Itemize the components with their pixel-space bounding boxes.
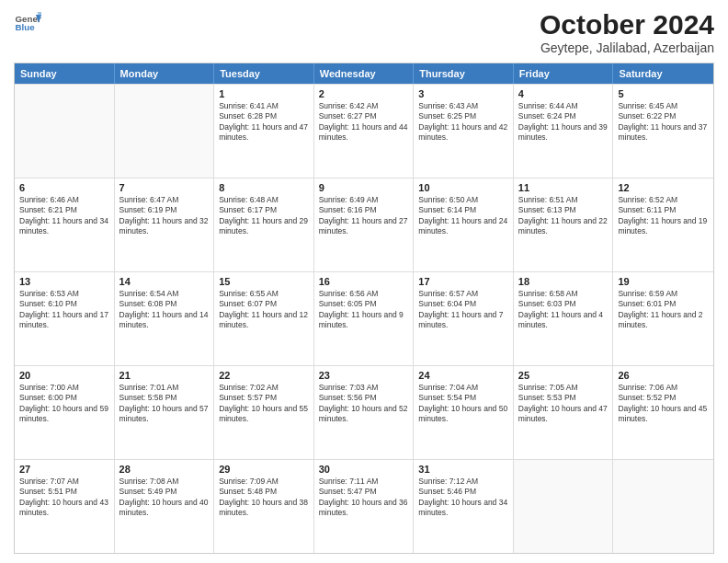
calendar-week: 27Sunrise: 7:07 AMSunset: 5:51 PMDayligh… (15, 459, 713, 553)
day-number: 25 (518, 370, 609, 381)
calendar-header-cell: Thursday (414, 63, 514, 84)
day-info: Sunrise: 7:08 AMSunset: 5:49 PMDaylight:… (119, 477, 210, 519)
calendar-cell: 25Sunrise: 7:05 AMSunset: 5:53 PMDayligh… (514, 366, 614, 459)
calendar-cell (15, 85, 115, 178)
day-number: 29 (219, 464, 309, 475)
day-number: 24 (418, 370, 508, 381)
day-info: Sunrise: 7:11 AMSunset: 5:47 PMDaylight:… (319, 477, 409, 519)
day-info: Sunrise: 6:53 AMSunset: 6:10 PMDaylight:… (19, 289, 109, 331)
calendar-cell: 5Sunrise: 6:45 AMSunset: 6:22 PMDaylight… (613, 85, 713, 178)
calendar-body: 1Sunrise: 6:41 AMSunset: 6:28 PMDaylight… (15, 84, 713, 553)
day-number: 21 (119, 370, 210, 381)
day-number: 5 (618, 88, 709, 99)
title-block: October 2024 Geytepe, Jalilabad, Azerbai… (540, 9, 714, 55)
day-number: 22 (219, 370, 309, 381)
calendar-cell: 23Sunrise: 7:03 AMSunset: 5:56 PMDayligh… (314, 366, 415, 459)
day-info: Sunrise: 6:55 AMSunset: 6:07 PMDaylight:… (219, 289, 309, 331)
calendar-week: 6Sunrise: 6:46 AMSunset: 6:21 PMDaylight… (15, 178, 713, 271)
day-info: Sunrise: 7:09 AMSunset: 5:48 PMDaylight:… (219, 477, 309, 519)
calendar-header: SundayMondayTuesdayWednesdayThursdayFrid… (15, 63, 713, 84)
day-info: Sunrise: 7:05 AMSunset: 5:53 PMDaylight:… (518, 383, 609, 425)
day-number: 6 (19, 182, 109, 193)
day-info: Sunrise: 6:43 AMSunset: 6:25 PMDaylight:… (418, 101, 508, 144)
day-number: 10 (418, 182, 508, 193)
day-info: Sunrise: 6:47 AMSunset: 6:19 PMDaylight:… (119, 195, 210, 237)
day-info: Sunrise: 7:02 AMSunset: 5:57 PMDaylight:… (219, 383, 309, 425)
calendar-cell: 22Sunrise: 7:02 AMSunset: 5:57 PMDayligh… (214, 366, 314, 459)
calendar-week: 13Sunrise: 6:53 AMSunset: 6:10 PMDayligh… (15, 271, 713, 365)
day-number: 19 (618, 276, 709, 287)
day-number: 11 (518, 182, 609, 193)
day-number: 20 (19, 370, 109, 381)
calendar-cell (514, 460, 614, 553)
calendar-cell: 2Sunrise: 6:42 AMSunset: 6:27 PMDaylight… (314, 85, 415, 178)
day-info: Sunrise: 6:44 AMSunset: 6:24 PMDaylight:… (518, 101, 609, 144)
logo-icon: General Blue (14, 9, 41, 37)
day-info: Sunrise: 7:03 AMSunset: 5:56 PMDaylight:… (319, 383, 409, 425)
day-number: 12 (618, 182, 709, 193)
day-number: 17 (418, 276, 508, 287)
calendar-cell: 8Sunrise: 6:48 AMSunset: 6:17 PMDaylight… (214, 178, 314, 271)
calendar-cell: 28Sunrise: 7:08 AMSunset: 5:49 PMDayligh… (115, 460, 215, 553)
day-number: 16 (319, 276, 409, 287)
calendar-cell: 14Sunrise: 6:54 AMSunset: 6:08 PMDayligh… (115, 272, 215, 365)
day-number: 13 (19, 276, 109, 287)
day-number: 31 (418, 464, 508, 475)
calendar-cell: 16Sunrise: 6:56 AMSunset: 6:05 PMDayligh… (314, 272, 415, 365)
page-subtitle: Geytepe, Jalilabad, Azerbaijan (540, 40, 714, 55)
calendar-cell: 3Sunrise: 6:43 AMSunset: 6:25 PMDaylight… (414, 85, 514, 178)
calendar: SundayMondayTuesdayWednesdayThursdayFrid… (14, 63, 714, 554)
day-info: Sunrise: 6:48 AMSunset: 6:17 PMDaylight:… (219, 195, 309, 237)
day-number: 23 (319, 370, 409, 381)
calendar-cell: 21Sunrise: 7:01 AMSunset: 5:58 PMDayligh… (115, 366, 215, 459)
calendar-cell: 6Sunrise: 6:46 AMSunset: 6:21 PMDaylight… (15, 178, 115, 271)
day-number: 7 (119, 182, 210, 193)
day-info: Sunrise: 6:51 AMSunset: 6:13 PMDaylight:… (518, 195, 609, 237)
logo: General Blue (14, 9, 41, 37)
day-info: Sunrise: 6:45 AMSunset: 6:22 PMDaylight:… (618, 101, 709, 144)
day-info: Sunrise: 7:04 AMSunset: 5:54 PMDaylight:… (418, 383, 508, 425)
calendar-cell: 19Sunrise: 6:59 AMSunset: 6:01 PMDayligh… (613, 272, 713, 365)
calendar-cell: 11Sunrise: 6:51 AMSunset: 6:13 PMDayligh… (514, 178, 614, 271)
calendar-cell: 1Sunrise: 6:41 AMSunset: 6:28 PMDaylight… (214, 85, 314, 178)
calendar-header-cell: Tuesday (214, 63, 314, 84)
day-number: 18 (518, 276, 609, 287)
calendar-cell: 24Sunrise: 7:04 AMSunset: 5:54 PMDayligh… (414, 366, 514, 459)
header: General Blue October 2024 Geytepe, Jalil… (14, 9, 714, 55)
day-number: 26 (618, 370, 709, 381)
day-number: 30 (319, 464, 409, 475)
calendar-cell (613, 460, 713, 553)
page: General Blue October 2024 Geytepe, Jalil… (0, 0, 728, 563)
calendar-header-cell: Saturday (613, 63, 713, 84)
calendar-cell: 20Sunrise: 7:00 AMSunset: 6:00 PMDayligh… (15, 366, 115, 459)
calendar-week: 20Sunrise: 7:00 AMSunset: 6:00 PMDayligh… (15, 365, 713, 459)
calendar-cell (115, 85, 215, 178)
day-info: Sunrise: 6:54 AMSunset: 6:08 PMDaylight:… (119, 289, 210, 331)
day-number: 9 (319, 182, 409, 193)
day-info: Sunrise: 6:59 AMSunset: 6:01 PMDaylight:… (618, 289, 709, 331)
day-info: Sunrise: 6:52 AMSunset: 6:11 PMDaylight:… (618, 195, 709, 237)
calendar-cell: 13Sunrise: 6:53 AMSunset: 6:10 PMDayligh… (15, 272, 115, 365)
day-number: 1 (219, 88, 309, 99)
day-info: Sunrise: 6:56 AMSunset: 6:05 PMDaylight:… (319, 289, 409, 331)
calendar-cell: 29Sunrise: 7:09 AMSunset: 5:48 PMDayligh… (214, 460, 314, 553)
day-number: 2 (319, 88, 409, 99)
day-info: Sunrise: 6:49 AMSunset: 6:16 PMDaylight:… (319, 195, 409, 237)
calendar-cell: 27Sunrise: 7:07 AMSunset: 5:51 PMDayligh… (15, 460, 115, 553)
calendar-cell: 4Sunrise: 6:44 AMSunset: 6:24 PMDaylight… (514, 85, 614, 178)
svg-text:Blue: Blue (16, 22, 36, 32)
calendar-cell: 30Sunrise: 7:11 AMSunset: 5:47 PMDayligh… (314, 460, 415, 553)
day-number: 28 (119, 464, 210, 475)
day-info: Sunrise: 7:07 AMSunset: 5:51 PMDaylight:… (19, 477, 109, 519)
day-info: Sunrise: 7:12 AMSunset: 5:46 PMDaylight:… (418, 477, 508, 519)
calendar-cell: 18Sunrise: 6:58 AMSunset: 6:03 PMDayligh… (514, 272, 614, 365)
calendar-cell: 31Sunrise: 7:12 AMSunset: 5:46 PMDayligh… (414, 460, 514, 553)
calendar-cell: 10Sunrise: 6:50 AMSunset: 6:14 PMDayligh… (414, 178, 514, 271)
calendar-cell: 15Sunrise: 6:55 AMSunset: 6:07 PMDayligh… (214, 272, 314, 365)
calendar-header-cell: Friday (514, 63, 614, 84)
calendar-cell: 7Sunrise: 6:47 AMSunset: 6:19 PMDaylight… (115, 178, 215, 271)
calendar-header-cell: Sunday (15, 63, 115, 84)
day-number: 14 (119, 276, 210, 287)
calendar-cell: 26Sunrise: 7:06 AMSunset: 5:52 PMDayligh… (613, 366, 713, 459)
day-info: Sunrise: 6:46 AMSunset: 6:21 PMDaylight:… (19, 195, 109, 237)
